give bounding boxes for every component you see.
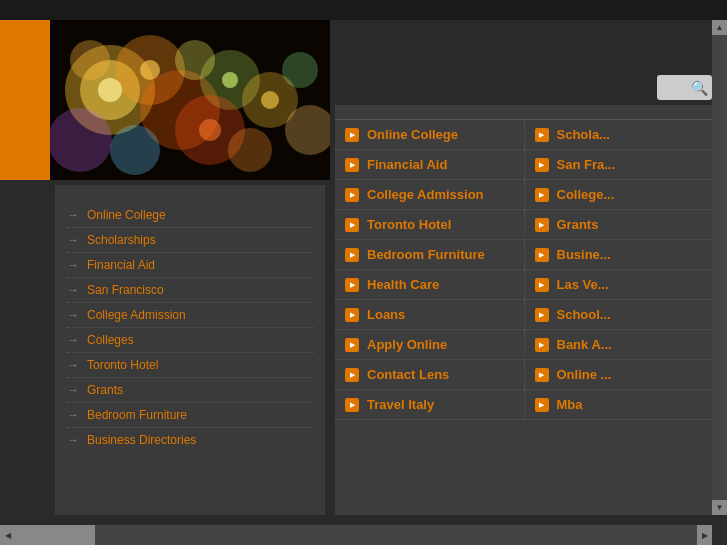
result-item-left[interactable]: Apply Online [335,330,524,360]
sidebar-item[interactable]: → Toronto Hotel [67,353,313,378]
search-box[interactable]: 🔍 [657,75,712,100]
result-link[interactable]: Online ... [557,367,612,382]
result-icon [345,248,359,262]
result-icon [345,308,359,322]
hero-image [50,20,330,180]
sidebar-item[interactable]: → Colleges [67,328,313,353]
scrollbar-bottom[interactable]: ◀ ▶ [0,525,712,545]
sidebar-item[interactable]: → Bedroom Furniture [67,403,313,428]
result-icon [345,218,359,232]
scroll-down-arrow[interactable]: ▼ [712,500,727,515]
result-item-right[interactable]: Bank A... [524,330,713,360]
sidebar-link[interactable]: Financial Aid [87,258,155,272]
result-icon [535,158,549,172]
result-icon [535,278,549,292]
scrollbar-right[interactable]: ▲ ▼ [712,20,727,515]
result-link[interactable]: Apply Online [367,337,447,352]
sidebar-link[interactable]: Scholarships [87,233,156,247]
result-item-right[interactable]: Mba [524,390,713,420]
result-item-left[interactable]: Travel Italy [335,390,524,420]
sidebar-link[interactable]: Bedroom Furniture [87,408,187,422]
svg-point-17 [222,72,238,88]
sidebar-link[interactable]: Grants [87,383,123,397]
result-icon [345,128,359,142]
scroll-left-arrow[interactable]: ◀ [0,525,15,545]
sidebar-item[interactable]: → Business Directories [67,428,313,452]
scroll-right-arrow[interactable]: ▶ [697,525,712,545]
result-link[interactable]: Contact Lens [367,367,449,382]
result-link[interactable]: Bank A... [557,337,612,352]
result-link[interactable]: Health Care [367,277,439,292]
result-link[interactable]: Toronto Hotel [367,217,451,232]
result-icon [345,278,359,292]
result-icon [535,338,549,352]
sidebar-link[interactable]: San Francisco [87,283,164,297]
result-icon [345,338,359,352]
result-item-right[interactable]: San Fra... [524,150,713,180]
result-link[interactable]: Mba [557,397,583,412]
result-link[interactable]: Loans [367,307,405,322]
sidebar-link[interactable]: Business Directories [87,433,196,447]
main-panel-title [335,105,712,120]
sidebar-item[interactable]: → Financial Aid [67,253,313,278]
result-icon [535,188,549,202]
arrow-icon: → [67,433,79,447]
result-item-left[interactable]: Toronto Hotel [335,210,524,240]
left-sidebar: → Online College → Scholarships → Financ… [55,185,325,515]
result-item-left[interactable]: Contact Lens [335,360,524,390]
result-link[interactable]: Las Ve... [557,277,609,292]
result-item-left[interactable]: Financial Aid [335,150,524,180]
result-item-right[interactable]: Grants [524,210,713,240]
result-link[interactable]: Schola... [557,127,610,142]
arrow-icon: → [67,233,79,247]
result-item-right[interactable]: Online ... [524,360,713,390]
result-item-right[interactable]: Schola... [524,120,713,150]
arrow-icon: → [67,208,79,222]
sidebar-link[interactable]: College Admission [87,308,186,322]
result-link[interactable]: Grants [557,217,599,232]
result-link[interactable]: Online College [367,127,458,142]
sidebar-item[interactable]: → Grants [67,378,313,403]
sidebar-item[interactable]: → Online College [67,203,313,228]
result-item-left[interactable]: Loans [335,300,524,330]
sidebar-link[interactable]: Toronto Hotel [87,358,158,372]
result-link[interactable]: Busine... [557,247,611,262]
sidebar-item[interactable]: → San Francisco [67,278,313,303]
arrow-icon: → [67,283,79,297]
svg-point-19 [199,119,221,141]
result-item-left[interactable]: Bedroom Furniture [335,240,524,270]
sidebar-link[interactable]: Colleges [87,333,134,347]
result-link[interactable]: School... [557,307,611,322]
result-item-left[interactable]: Online College [335,120,524,150]
main-panel: Online College Schola... Financial Aid S… [335,105,712,515]
svg-point-9 [110,125,160,175]
arrow-icon: → [67,333,79,347]
result-link[interactable]: Bedroom Furniture [367,247,485,262]
result-item-right[interactable]: College... [524,180,713,210]
sidebar-link[interactable]: Online College [87,208,166,222]
scroll-up-arrow[interactable]: ▲ [712,20,727,35]
result-item-left[interactable]: Health Care [335,270,524,300]
result-icon [535,218,549,232]
result-link[interactable]: College... [557,187,615,202]
result-item-right[interactable]: Busine... [524,240,713,270]
arrow-icon: → [67,383,79,397]
result-item-right[interactable]: School... [524,300,713,330]
result-icon [535,368,549,382]
result-item-left[interactable]: College Admission [335,180,524,210]
result-icon [345,188,359,202]
scroll-track-right[interactable] [712,35,727,500]
result-link[interactable]: Travel Italy [367,397,434,412]
scroll-thumb-bottom[interactable] [15,525,95,545]
svg-point-8 [50,108,112,172]
sidebar-item[interactable]: → College Admission [67,303,313,328]
sidebar-item[interactable]: → Scholarships [67,228,313,253]
svg-point-10 [175,40,215,80]
result-link[interactable]: College Admission [367,187,484,202]
svg-point-16 [140,60,160,80]
result-link[interactable]: Financial Aid [367,157,447,172]
result-icon [535,128,549,142]
result-item-right[interactable]: Las Ve... [524,270,713,300]
result-link[interactable]: San Fra... [557,157,616,172]
scroll-track-bottom[interactable] [15,525,697,545]
